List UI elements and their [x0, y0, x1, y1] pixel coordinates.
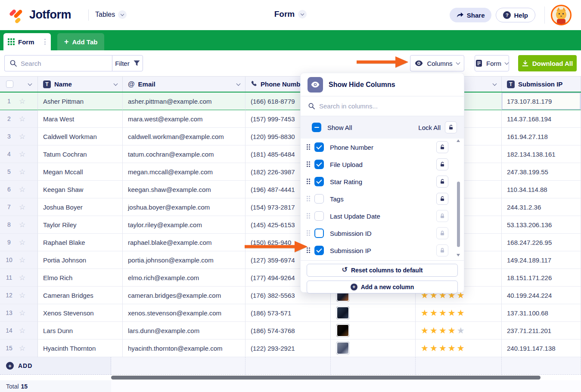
favorite-star-icon[interactable]: ☆ — [19, 239, 25, 246]
name-cell[interactable]: Asher Pittman — [38, 93, 123, 110]
favorite-star-icon[interactable]: ☆ — [19, 204, 25, 211]
star-icon[interactable]: ★ — [448, 326, 456, 335]
star-icon[interactable]: ★ — [430, 326, 438, 335]
submission-ip-cell[interactable]: 149.24.189.117 — [502, 251, 581, 269]
lock-column-button[interactable] — [436, 227, 448, 239]
columns-search-input[interactable] — [319, 102, 440, 110]
column-checkbox[interactable] — [314, 160, 324, 169]
row-header-cell[interactable]: 8☆ — [0, 216, 38, 234]
email-cell[interactable]: hyacinth.thornton@example.com — [123, 340, 245, 357]
star-icon[interactable]: ★ — [448, 309, 456, 317]
phone-cell[interactable]: (122) 293-2921 — [245, 340, 331, 357]
submission-ip-cell[interactable]: 173.107.81.179 — [502, 93, 581, 110]
star-rating-cell[interactable]: ★★★★★ — [416, 304, 502, 322]
submission-ip-cell[interactable]: 114.37.168.194 — [502, 110, 581, 128]
star-rating-cell[interactable]: ★★★★★ — [416, 340, 502, 357]
email-cell[interactable]: elmo.rich@example.com — [123, 269, 245, 287]
row-header-cell[interactable]: 14☆ — [0, 322, 38, 340]
row-header-cell[interactable]: 13☆ — [0, 304, 38, 322]
reset-columns-button[interactable]: ↺ Reset columns to default — [307, 264, 458, 277]
row-header-cell[interactable]: 9☆ — [0, 234, 38, 251]
lock-column-button[interactable] — [436, 193, 448, 205]
submission-ip-cell[interactable]: 161.94.27.118 — [502, 128, 581, 145]
name-cell[interactable]: Xenos Stevenson — [38, 304, 123, 322]
submission-ip-cell[interactable]: 110.34.114.88 — [502, 181, 581, 198]
lock-column-button[interactable] — [436, 158, 448, 170]
submission-ip-cell[interactable]: 168.247.226.95 — [502, 234, 581, 251]
phone-cell[interactable]: (186) 573-571 — [245, 304, 331, 322]
drag-handle-icon[interactable] — [307, 144, 311, 150]
name-cell[interactable]: Portia Johnson — [38, 251, 123, 269]
show-all-checkbox[interactable] — [312, 123, 321, 132]
favorite-star-icon[interactable]: ☆ — [19, 292, 25, 299]
submission-ip-cell[interactable]: 244.31.2.36 — [502, 198, 581, 216]
avatar[interactable] — [551, 5, 572, 25]
row-header-cell[interactable]: 3☆ — [0, 128, 38, 145]
name-cell[interactable]: Tatum Cochran — [38, 145, 123, 163]
name-cell[interactable]: Raphael Blake — [38, 234, 123, 251]
column-checkbox[interactable] — [314, 228, 324, 238]
email-cell[interactable]: joshua.boyer@example.com — [123, 198, 245, 216]
column-checkbox[interactable] — [314, 246, 324, 255]
chevron-down-icon[interactable] — [493, 81, 497, 86]
row-header-cell[interactable]: 11☆ — [0, 269, 38, 287]
star-icon[interactable]: ★ — [421, 344, 429, 352]
email-cell[interactable]: lars.dunn@example.com — [123, 322, 245, 340]
email-cell[interactable]: megan.mccall@example.com — [123, 163, 245, 181]
chevron-down-icon[interactable] — [236, 81, 241, 86]
chevron-down-icon[interactable] — [28, 81, 32, 86]
star-icon[interactable]: ★ — [430, 344, 438, 352]
email-cell[interactable]: taylor.riley@example.com — [123, 216, 245, 234]
row-header-cell[interactable]: 7☆ — [0, 198, 38, 216]
form-view-button[interactable]: Form — [475, 55, 509, 71]
row-header-cell[interactable]: 6☆ — [0, 181, 38, 198]
lock-column-button[interactable] — [436, 176, 448, 188]
file-upload-cell[interactable] — [331, 340, 416, 357]
row-header-cell[interactable]: 10☆ — [0, 251, 38, 269]
lock-column-button[interactable] — [436, 244, 448, 256]
favorite-star-icon[interactable]: ☆ — [19, 345, 25, 352]
drag-handle-icon[interactable] — [307, 230, 311, 236]
submission-ip-cell[interactable]: 40.199.244.224 — [502, 287, 581, 304]
favorite-star-icon[interactable]: ☆ — [19, 186, 25, 193]
row-header-cell[interactable]: 4☆ — [0, 145, 38, 163]
column-checkbox[interactable] — [314, 211, 324, 221]
star-icon[interactable]: ★ — [439, 344, 447, 352]
star-icon[interactable]: ★ — [439, 326, 447, 335]
email-cell[interactable]: raphael.blake@example.com — [123, 234, 245, 251]
select-all-checkbox[interactable] — [6, 80, 13, 88]
tab-form[interactable]: Form — [3, 33, 51, 50]
column-checkbox[interactable] — [314, 142, 324, 152]
star-icon[interactable]: ★ — [421, 309, 429, 317]
submission-ip-cell[interactable]: 137.31.100.68 — [502, 304, 581, 322]
email-cell[interactable]: tatum.cochran@example.com — [123, 145, 245, 163]
file-thumbnail[interactable] — [336, 306, 350, 320]
row-header-cell[interactable]: 1☆ — [0, 93, 38, 110]
drag-handle-icon[interactable] — [307, 161, 311, 167]
star-icon[interactable]: ★ — [457, 309, 465, 317]
email-cell[interactable]: asher.pittman@example.com — [123, 93, 245, 110]
email-cell[interactable]: mara.west@example.com — [123, 110, 245, 128]
favorite-star-icon[interactable]: ☆ — [19, 133, 25, 140]
name-cell[interactable]: Mara West — [38, 110, 123, 128]
share-button[interactable]: Share — [450, 8, 492, 22]
submission-ip-cell[interactable]: 53.133.206.136 — [502, 216, 581, 234]
favorite-star-icon[interactable]: ☆ — [19, 274, 25, 281]
column-header-submission-ip[interactable]: TSubmission IP — [502, 77, 581, 92]
star-icon[interactable]: ★ — [457, 344, 465, 352]
submission-ip-cell[interactable]: 182.134.138.161 — [502, 145, 581, 163]
name-cell[interactable]: Hyacinth Thornton — [38, 340, 123, 357]
scroll-up-icon[interactable] — [457, 139, 460, 142]
email-cell[interactable]: xenos.stevenson@example.com — [123, 304, 245, 322]
name-cell[interactable]: Elmo Rich — [38, 269, 123, 287]
panel-scrollbar-thumb[interactable] — [457, 182, 460, 247]
scroll-down-icon[interactable] — [457, 254, 460, 256]
star-icon[interactable]: ★ — [448, 344, 456, 352]
favorite-star-icon[interactable]: ☆ — [19, 221, 25, 228]
star-icon[interactable]: ★ — [439, 309, 447, 317]
add-tab-button[interactable]: + Add Tab — [57, 33, 104, 50]
favorite-star-icon[interactable]: ☆ — [19, 309, 25, 317]
name-cell[interactable]: Cameran Bridges — [38, 287, 123, 304]
favorite-star-icon[interactable]: ☆ — [19, 168, 25, 176]
add-row-button[interactable]: + ADD — [0, 357, 111, 375]
